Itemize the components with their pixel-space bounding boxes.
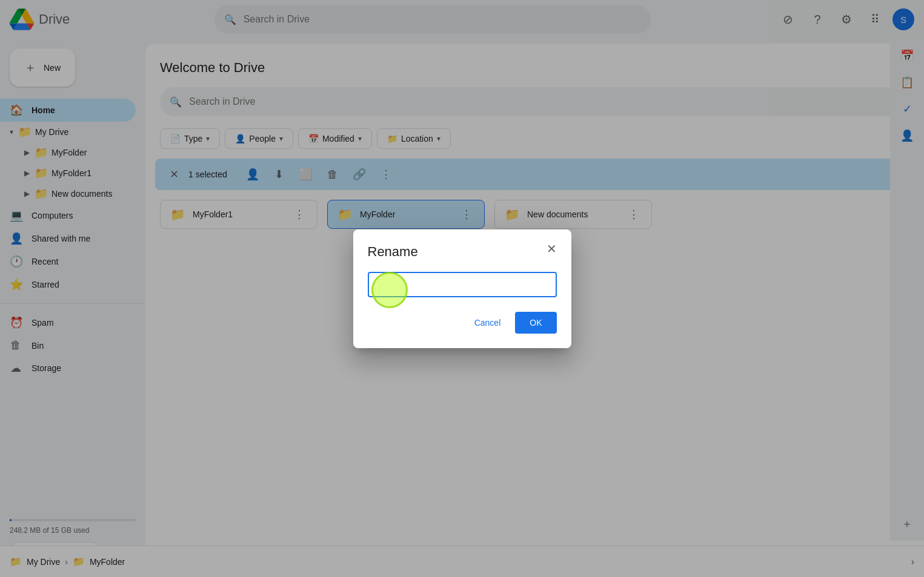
modal-close-icon: ✕ (547, 242, 557, 256)
rename-input[interactable] (368, 272, 557, 297)
modal-actions: Cancel OK (368, 312, 557, 334)
ok-button[interactable]: OK (515, 312, 556, 334)
rename-modal: ✕ Rename Cancel OK (353, 229, 571, 348)
modal-overlay[interactable]: ✕ Rename Cancel OK (0, 0, 924, 577)
modal-close-button[interactable]: ✕ (542, 239, 562, 259)
cancel-button[interactable]: Cancel (465, 312, 511, 334)
modal-title: Rename (368, 244, 557, 260)
